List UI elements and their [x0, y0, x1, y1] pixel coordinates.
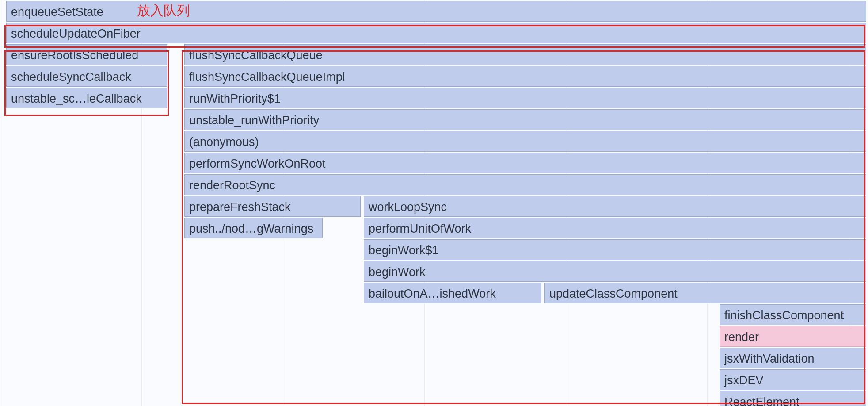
flame-bar-flushSyncCallbackQueueImpl[interactable]: flushSyncCallbackQueueImpl — [184, 66, 866, 87]
flame-bar-render[interactable]: render — [720, 326, 866, 347]
flame-bar-renderRootSync[interactable]: renderRootSync — [184, 174, 866, 195]
flame-chart[interactable]: enqueueSetStatescheduleUpdateOnFiberensu… — [0, 0, 868, 406]
flame-bar-ensureRootIsScheduled[interactable]: ensureRootIsScheduled — [6, 44, 167, 65]
flame-bar-flushSyncCallbackQueue[interactable]: flushSyncCallbackQueue — [184, 44, 866, 65]
flame-bar-performUnitOfWork[interactable]: performUnitOfWork — [364, 218, 866, 238]
flame-bar-unstable_runWithPriority[interactable]: unstable_runWithPriority — [184, 109, 866, 130]
flame-bar-beginWork[interactable]: beginWork — [364, 261, 866, 282]
flame-bar-scheduleSyncCallback[interactable]: scheduleSyncCallback — [6, 66, 167, 87]
flame-bar-prepareFreshStack[interactable]: prepareFreshStack — [184, 196, 361, 217]
flame-bar-beginWork$1[interactable]: beginWork$1 — [364, 239, 866, 260]
flame-bar-runWithPriority$1[interactable]: runWithPriority$1 — [184, 88, 866, 108]
flame-bar-anonymous[interactable]: (anonymous) — [184, 131, 866, 152]
flame-bar-bailoutOnAlreadyFinishedWork[interactable]: bailoutOnA…ishedWork — [364, 283, 541, 303]
flame-bar-ReactElement[interactable]: ReactElement — [720, 391, 866, 406]
flame-bar-unstable_scheduleCallback[interactable]: unstable_sc…leCallback — [6, 88, 167, 108]
flame-bar-jsxDEV[interactable]: jsxDEV — [720, 369, 866, 390]
flame-bar-performSyncWorkOnRoot[interactable]: performSyncWorkOnRoot — [184, 153, 866, 173]
flame-bar-finishClassComponent[interactable]: finishClassComponent — [720, 304, 866, 325]
flame-bar-pushNodeWarnings[interactable]: push../nod…gWarnings — [184, 218, 323, 238]
flame-bar-jsxWithValidation[interactable]: jsxWithValidation — [720, 348, 866, 368]
flame-bar-workLoopSync[interactable]: workLoopSync — [364, 196, 866, 217]
flame-bar-scheduleUpdateOnFiber[interactable]: scheduleUpdateOnFiber — [6, 23, 866, 43]
flame-bar-updateClassComponent[interactable]: updateClassComponent — [544, 283, 866, 303]
flame-bar-enqueueSetState[interactable]: enqueueSetState — [6, 1, 866, 22]
